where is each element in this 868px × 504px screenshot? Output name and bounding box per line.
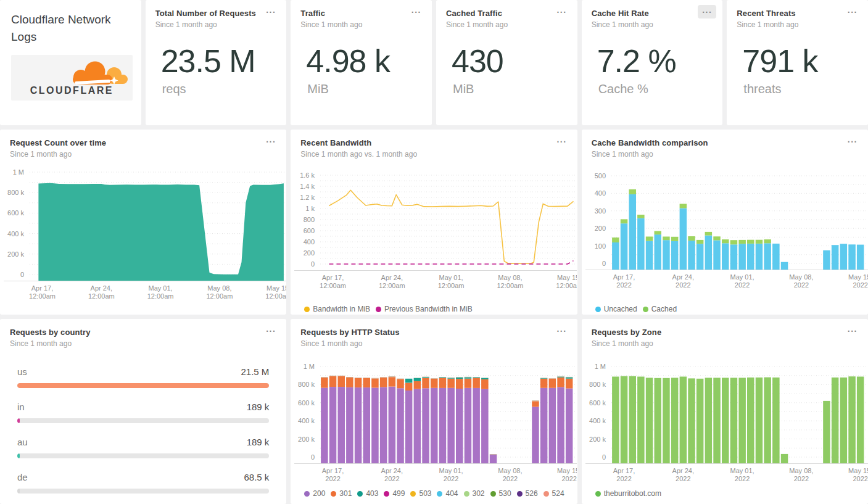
axis-tick-label: 12:00am [497, 282, 524, 289]
legend-item-403[interactable]: 403 [357, 489, 378, 498]
axis-tick-label: 1 M [13, 168, 24, 176]
legend-item-cached[interactable]: Cached [643, 305, 677, 313]
country-label: de [17, 472, 28, 482]
legend-label: 302 [473, 489, 485, 498]
panel-title: Requests by HTTP Status [300, 328, 567, 337]
axis-tick-label: 400 k [298, 417, 315, 424]
axis-tick-label: May 08, [207, 284, 231, 292]
legend-label: 404 [445, 489, 458, 498]
country-value: 189 k [247, 402, 270, 412]
axis-tick-label: 2022 [793, 281, 808, 289]
legend-item-301[interactable]: 301 [331, 489, 352, 498]
panel-menu-button[interactable]: ... [698, 5, 716, 19]
panel-menu-button[interactable]: ... [552, 5, 571, 19]
legend-item-499[interactable]: 499 [384, 489, 405, 498]
panel-total-requests: Total Number of Requests Since 1 month a… [146, 0, 287, 125]
axis-tick-label: 200 [594, 225, 605, 232]
axis-tick-label: 100 [594, 242, 605, 250]
axis-tick-label: 12:00am [147, 292, 174, 300]
legend-label: 403 [366, 489, 378, 498]
axis-tick-label: 200 k [589, 436, 606, 443]
legend-label: Uncached [604, 305, 637, 313]
panel-menu-button[interactable]: ... [552, 324, 571, 337]
panel-menu-button[interactable]: ... [262, 134, 280, 148]
chart-legend: theburritobot.com [582, 486, 868, 501]
axis-tick-label: Apr 24, [381, 274, 403, 281]
panel-menu-button[interactable]: ... [552, 134, 571, 148]
axis-tick-label: 12:00am [265, 292, 286, 300]
legend-dot-icon [410, 491, 416, 497]
legend-item-bandwidth-in-mib[interactable]: Bandwidth in MiB [304, 305, 370, 313]
axis-tick-label: 0 [311, 453, 315, 461]
cloudflare-cloud-icon [62, 59, 130, 86]
panel-subtitle: Since 1 month ago [10, 339, 276, 348]
panel-request-count: Request Count over time Since 1 month ag… [0, 130, 286, 315]
axis-tick-label: May 15, [557, 274, 577, 281]
panel-menu-button[interactable]: ... [262, 5, 280, 19]
panel-menu-button[interactable]: ... [407, 5, 426, 19]
country-value: 68.5 k [244, 472, 269, 482]
axis-tick-label: 2022 [384, 475, 399, 482]
axis-tick-label: 1 M [304, 363, 315, 370]
stat-unit: reqs [162, 82, 287, 96]
legend-item-uncached[interactable]: Uncached [595, 305, 637, 313]
country-row-au: au189 k [17, 437, 269, 458]
axis-tick-label: 2022 [793, 475, 808, 482]
panel-menu-button[interactable]: ... [843, 134, 862, 148]
legend-item-503[interactable]: 503 [410, 489, 431, 498]
axis-tick-label: 200 k [298, 436, 315, 443]
panel-subtitle: Since 1 month ago [10, 150, 276, 159]
stat-value: 430 [452, 44, 577, 79]
panel-subtitle: Since 1 month ago [155, 20, 277, 29]
panel-requests-by-country: Requests by country Since 1 month ago ..… [0, 319, 286, 504]
country-value: 21.5 M [241, 366, 269, 377]
country-label: us [17, 366, 27, 377]
axis-tick-label: 2022 [562, 475, 577, 482]
axis-tick-label: 2022 [676, 281, 690, 289]
legend-item-404[interactable]: 404 [437, 489, 458, 498]
legend-item-524[interactable]: 524 [544, 489, 564, 498]
legend-label: Bandwidth in MiB [313, 305, 370, 313]
legend-item-530[interactable]: 530 [490, 489, 511, 498]
panel-dashboard-header: Cloudflare Network Logs CLOUDFLARE [0, 0, 141, 125]
panel-menu-button[interactable]: ... [843, 324, 862, 337]
country-label: in [17, 402, 25, 412]
axis-tick-label: May 08, [789, 467, 813, 474]
panel-menu-button[interactable]: ... [262, 324, 280, 337]
axis-tick-label: May 15, [848, 273, 868, 281]
legend-dot-icon [490, 491, 496, 497]
country-bar-fill [17, 489, 20, 494]
legend-label: Previous Bandwidth in MiB [384, 305, 473, 313]
legend-item-200[interactable]: 200 [304, 489, 325, 498]
axis-tick-label: 0 [602, 453, 606, 461]
axis-tick-label: 200 [304, 249, 315, 257]
panel-menu-button[interactable]: ... [843, 5, 862, 19]
chart-legend: UncachedCached [582, 302, 868, 315]
axis-tick-label: 400 k [589, 417, 606, 424]
axis-tick-label: 1.4 k [300, 183, 315, 190]
axis-tick-label: May 01, [439, 467, 463, 474]
axis-tick-label: 600 [304, 227, 315, 234]
legend-item-previous-bandwidth-in-mib[interactable]: Previous Bandwidth in MiB [376, 305, 473, 313]
axis-tick-label: 2022 [616, 475, 631, 482]
axis-tick-label: May 01, [439, 274, 463, 281]
legend-dot-icon [544, 491, 549, 497]
axis-tick-label: Apr 17, [322, 274, 344, 281]
panel-subtitle: Since 1 month ago [592, 339, 858, 348]
axis-tick-label: May 01, [730, 273, 754, 281]
legend-item-526[interactable]: 526 [517, 489, 538, 498]
legend-item-theburritobot-com[interactable]: theburritobot.com [595, 489, 661, 498]
legend-item-302[interactable]: 302 [464, 489, 485, 498]
axis-tick-label: 800 [304, 216, 315, 223]
panel-title: Cache Bandwidth comparison [592, 138, 858, 147]
axis-tick-label: May 08, [498, 274, 523, 281]
axis-tick-label: 1.2 k [300, 194, 315, 201]
legend-label: 524 [552, 489, 564, 498]
legend-label: 200 [313, 489, 325, 498]
line-series [329, 261, 574, 264]
legend-label: 530 [499, 489, 511, 498]
country-label: au [17, 437, 28, 447]
country-row-in: in189 k [17, 402, 269, 423]
axis-tick-label: Apr 24, [672, 467, 693, 474]
legend-dot-icon [357, 491, 363, 497]
